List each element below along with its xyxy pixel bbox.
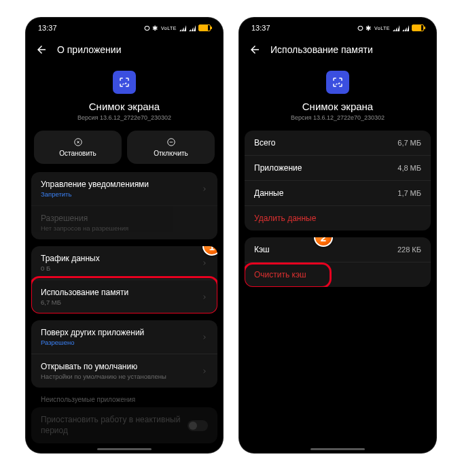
chevron-right-icon xyxy=(201,368,208,375)
card-data-memory: Трафик данных 0 Б Использование памяти 6… xyxy=(31,246,217,313)
status-time: 13:37 xyxy=(38,24,57,32)
row-traffic[interactable]: Трафик данных 0 Б xyxy=(31,246,217,279)
status-indicators: ⵔ ✱ VoLTE xyxy=(357,24,424,32)
suspend-toggle[interactable] xyxy=(188,420,208,431)
row-delete-data[interactable]: Удалить данные xyxy=(245,205,431,231)
app-icon xyxy=(326,71,349,94)
home-indicator[interactable] xyxy=(310,448,365,450)
stop-button[interactable]: Остановить xyxy=(34,131,122,164)
app-version: Версия 13.6.12_2722e70_230302 xyxy=(245,114,431,121)
chevron-right-icon xyxy=(201,260,208,267)
app-icon xyxy=(113,71,136,94)
status-indicators: ⵔ ✱ VoLTE xyxy=(144,24,211,32)
app-name: Снимок экрана xyxy=(31,101,217,112)
row-memory-usage[interactable]: Использование памяти 6,7 МБ xyxy=(31,279,217,313)
app-hero: Снимок экрана Версия 13.6.12_2722e70_230… xyxy=(31,65,217,131)
back-icon[interactable] xyxy=(249,44,261,56)
status-time: 13:37 xyxy=(251,24,270,32)
back-icon[interactable] xyxy=(35,44,48,56)
row-permissions[interactable]: Разрешения Нет запросов на разрешения xyxy=(31,205,217,239)
row-cache: Кэш 228 КБ xyxy=(245,237,431,262)
app-version: Версия 13.6.12_2722e70_230302 xyxy=(31,114,217,121)
chevron-right-icon xyxy=(201,186,208,192)
close-circle-icon xyxy=(73,137,83,147)
disable-button[interactable]: Отключить xyxy=(127,131,215,164)
row-clear-cache[interactable]: Очистить кэш xyxy=(245,262,431,287)
app-hero: Снимок экрана Версия 13.6.12_2722e70_230… xyxy=(245,65,431,131)
row-overlay[interactable]: Поверх других приложений Разрешено xyxy=(31,320,217,354)
phone-left: 13:37 ⵔ ✱ VoLTE О приложении Снимок экра… xyxy=(26,18,223,453)
page-title: О приложении xyxy=(57,44,121,55)
header: Использование памяти xyxy=(239,38,436,65)
row-notifications[interactable]: Управление уведомлениями Запретить xyxy=(31,172,217,205)
content: Снимок экрана Версия 13.6.12_2722e70_230… xyxy=(26,65,223,453)
row-data-size: Данные 1,7 МБ xyxy=(245,180,431,205)
app-name: Снимок экрана xyxy=(245,101,431,112)
section-unused-apps: Неиспользуемые приложения xyxy=(31,394,217,407)
card-notifications-perms: Управление уведомлениями Запретить Разре… xyxy=(31,172,217,239)
content: Снимок экрана Версия 13.6.12_2722e70_230… xyxy=(239,65,436,453)
chevron-right-icon xyxy=(201,294,208,301)
row-suspend[interactable]: Приостановить работу в неактивный период xyxy=(31,407,217,443)
row-open-default[interactable]: Открывать по умолчанию Настройки по умол… xyxy=(31,354,217,388)
page-title: Использование памяти xyxy=(270,44,373,55)
status-bar: 13:37 ⵔ ✱ VoLTE xyxy=(26,18,223,38)
card-overlay-default: Поверх других приложений Разрешено Откры… xyxy=(31,320,217,388)
card-storage: Всего 6,7 МБ Приложение 4,8 МБ Данные 1,… xyxy=(245,131,431,231)
phone-right: 13:37 ⵔ ✱ VoLTE Использование памяти Сни… xyxy=(239,18,436,453)
card-suspend: Приостановить работу в неактивный период xyxy=(31,407,217,443)
card-cache: Кэш 228 КБ Очистить кэш 2 xyxy=(245,237,431,287)
header: О приложении xyxy=(26,38,223,65)
status-bar: 13:37 ⵔ ✱ VoLTE xyxy=(239,18,436,38)
chevron-right-icon xyxy=(201,334,208,341)
row-total: Всего 6,7 МБ xyxy=(245,131,431,155)
home-indicator[interactable] xyxy=(97,448,152,450)
row-app-size: Приложение 4,8 МБ xyxy=(245,155,431,180)
minus-circle-icon xyxy=(166,137,176,147)
